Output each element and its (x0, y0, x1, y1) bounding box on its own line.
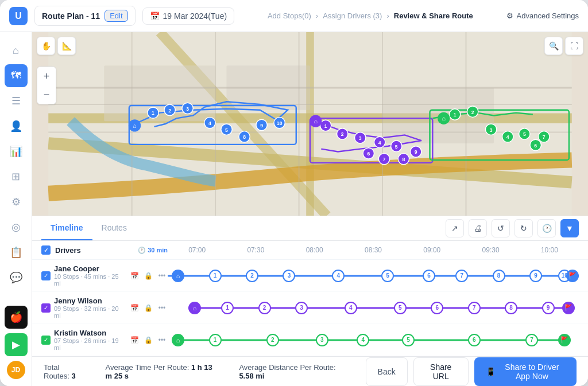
jane-checkbox[interactable]: ✓ (41, 271, 51, 280)
sidebar-item-location[interactable]: ◎ (5, 216, 28, 239)
jane-stop-8: 8 (493, 270, 505, 282)
kristin-flag-node: 🚩 (558, 334, 571, 346)
sidebar-item-grid[interactable]: ⊞ (5, 165, 28, 188)
sidebar-item-chart[interactable]: 📊 (5, 140, 28, 163)
svg-text:7: 7 (383, 157, 386, 162)
jenny-checkbox[interactable]: ✓ (41, 303, 51, 313)
breadcrumb-add-stops-label: Add Stops(0) (268, 11, 311, 20)
route-plan-label: Route Plan - 11 (42, 11, 100, 21)
map-svg: 1 2 3 4 5 8 9 10 ⌂ (32, 32, 588, 216)
measure-tool-button[interactable]: 📐 (57, 37, 76, 55)
apple-store-icon[interactable]: 🍎 (5, 306, 28, 329)
jane-timeline: ⌂ 1 2 3 4 5 6 7 8 9 10 🚩 (168, 267, 579, 285)
app-window: U Route Plan - 11 Edit 📅 19 Mar 2024(Tue… (0, 0, 588, 386)
jane-stop-1: 1 (209, 270, 222, 282)
map-zoom-controls: + − (37, 67, 56, 104)
jane-stop-5: 5 (381, 270, 394, 282)
svg-text:4: 4 (378, 140, 381, 146)
hand-tool-button[interactable]: ✋ (37, 37, 55, 55)
zoom-out-button[interactable]: − (37, 85, 56, 104)
svg-text:4: 4 (208, 120, 211, 126)
jane-stop-6: 6 (423, 270, 435, 282)
tab-timeline[interactable]: Timeline (41, 216, 92, 240)
jenny-lock-icon[interactable]: 🔒 (142, 302, 154, 314)
clock-icon: 🕐 (138, 247, 146, 254)
share-driver-label: Share to Driver App Now (499, 362, 565, 381)
jane-actions: 📅 🔒 ••• (129, 270, 168, 282)
svg-text:5: 5 (523, 131, 526, 137)
map-controls: ✋ 📐 (37, 37, 76, 55)
advanced-settings-label: Advanced Settings (517, 11, 579, 20)
kristin-stop-5: 5 (402, 334, 415, 346)
kristin-checkbox[interactable]: ✓ (41, 336, 51, 345)
bottom-panel: Timeline Routes ↗ 🖨 ↺ ↻ 🕐 ▼ (32, 216, 588, 356)
svg-text:3: 3 (490, 127, 493, 133)
jenny-details: Jenny Wilson 09 Stops · 32 mins · 20 mi (54, 297, 121, 319)
avg-dist-label: Average Distance Per Route: (239, 363, 335, 372)
sidebar-item-list[interactable]: ☰ (5, 89, 28, 112)
breadcrumb-add-stops[interactable]: Add Stops(0) (268, 11, 311, 20)
kristin-stop-3: 3 (316, 334, 328, 346)
all-drivers-checkbox[interactable]: ✓ (41, 245, 51, 255)
history-button[interactable]: 🕐 (537, 219, 556, 237)
drivers-label: Drivers (55, 246, 81, 255)
redo-button[interactable]: ↻ (514, 219, 533, 237)
status-actions: Back Share URL 📱 Share to Driver App Now (366, 357, 577, 386)
jane-stats: 10 Stops · 45 mins · 25 mi (54, 273, 121, 287)
calendar-icon: 📅 (150, 11, 160, 21)
total-routes-label: Total Routes: (44, 363, 71, 380)
kristin-calendar-icon[interactable]: 📅 (129, 334, 140, 346)
kristin-lock-icon[interactable]: 🔒 (142, 334, 154, 346)
breadcrumb-review-share[interactable]: Review & Share Route (394, 11, 473, 20)
main-content: ⌂ 🗺 ☰ 👤 📊 ⊞ ⚙ ◎ 📋 💬 🍎 ▶ JD (0, 32, 588, 386)
sidebar-item-settings[interactable]: ⚙ (5, 190, 28, 213)
breadcrumb: Add Stops(0) › Assign Drivers (3) › Revi… (241, 11, 500, 20)
jane-more-icon[interactable]: ••• (156, 270, 168, 282)
svg-text:1: 1 (454, 112, 457, 118)
svg-text:3: 3 (359, 135, 362, 141)
tab-routes-label: Routes (102, 223, 127, 232)
jenny-flag-node: 🚩 (562, 302, 575, 314)
driver-info-jane: ✓ Jane Cooper 10 Stops · 45 mins · 25 mi… (41, 264, 168, 287)
sidebar-item-map[interactable]: 🗺 (5, 64, 28, 87)
sidebar-item-report[interactable]: 📋 (5, 241, 28, 264)
sidebar-item-home[interactable]: ⌂ (5, 39, 28, 62)
jane-calendar-icon[interactable]: 📅 (129, 270, 140, 282)
play-store-icon[interactable]: ▶ (5, 333, 28, 356)
edit-button[interactable]: Edit (105, 10, 127, 22)
fullscreen-button[interactable]: ⛶ (565, 37, 583, 55)
jane-lock-icon[interactable]: 🔒 (142, 270, 154, 282)
tab-routes[interactable]: Routes (92, 216, 136, 240)
jenny-timeline: ⌂ 1 2 3 4 5 6 7 8 9 🚩 (168, 299, 579, 317)
undo-button[interactable]: ↺ (492, 219, 510, 237)
advanced-settings-button[interactable]: ⚙ Advanced Settings (506, 11, 579, 20)
export-button[interactable]: ↗ (446, 219, 464, 237)
zoom-in-button[interactable]: + (37, 67, 56, 85)
jenny-stop-9: 9 (542, 302, 555, 314)
back-button[interactable]: Back (366, 357, 408, 386)
search-map-button[interactable]: 🔍 (544, 37, 563, 55)
kristin-more-icon[interactable]: ••• (156, 334, 168, 346)
breadcrumb-assign-drivers[interactable]: Assign Drivers (3) (323, 11, 382, 20)
driver-row-jane: ✓ Jane Cooper 10 Stops · 45 mins · 25 mi… (32, 260, 588, 292)
duration-label: 30 min (148, 247, 168, 254)
svg-text:2: 2 (168, 108, 171, 114)
kristin-stop-2: 2 (266, 334, 279, 346)
svg-text:5: 5 (395, 144, 398, 150)
app-logo: U (9, 7, 28, 25)
sidebar-item-message[interactable]: 💬 (5, 266, 28, 289)
jenny-calendar-icon[interactable]: 📅 (129, 302, 140, 314)
collapse-button[interactable]: ▼ (560, 219, 579, 237)
jenny-stop-8: 8 (505, 302, 517, 314)
share-url-button[interactable]: Share URL (413, 357, 469, 386)
sidebar: ⌂ 🗺 ☰ 👤 📊 ⊞ ⚙ ◎ 📋 💬 🍎 ▶ JD (0, 32, 32, 386)
svg-text:7: 7 (543, 134, 546, 140)
sidebar-item-user[interactable]: 👤 (5, 115, 28, 138)
jenny-more-icon[interactable]: ••• (156, 302, 168, 314)
print-button[interactable]: 🖨 (469, 219, 487, 237)
total-routes-value: 3 (71, 372, 75, 380)
kristin-stop-1: 1 (209, 334, 222, 346)
share-driver-button[interactable]: 📱 Share to Driver App Now (474, 357, 577, 386)
map-top-right-controls: 🔍 ⛶ (544, 37, 583, 55)
driver-info-jenny: ✓ Jenny Wilson 09 Stops · 32 mins · 20 m… (41, 297, 168, 319)
